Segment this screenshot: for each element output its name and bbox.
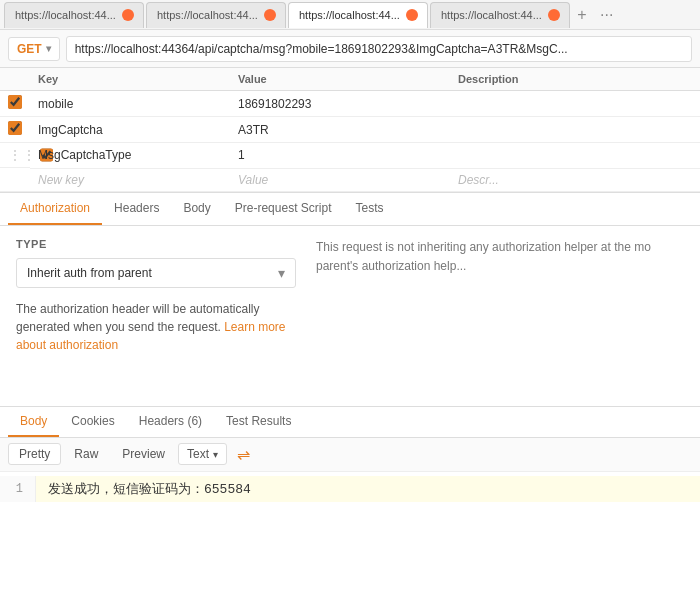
tab-2[interactable]: https://localhost:44...: [146, 2, 286, 28]
row-3-value[interactable]: 1: [230, 143, 450, 169]
tab-1-label: https://localhost:44...: [15, 9, 116, 21]
row-1-desc: [450, 91, 700, 117]
method-arrow-icon: ▾: [46, 43, 51, 54]
tab-headers[interactable]: Headers: [102, 193, 171, 225]
auth-info-text: This request is not inheriting any autho…: [316, 238, 684, 276]
drag-handle-icon: ⋮⋮: [8, 147, 36, 163]
row-2-value[interactable]: A3TR: [230, 117, 450, 143]
response-content-1: 发送成功，短信验证码为：655584: [36, 476, 700, 502]
url-bar: GET ▾ https://localhost:44364/api/captch…: [0, 30, 700, 68]
row-1-value[interactable]: 18691802293: [230, 91, 450, 117]
preview-button[interactable]: Preview: [111, 443, 176, 465]
tab-1[interactable]: https://localhost:44...: [4, 2, 144, 28]
auth-description: The authorization header will be automat…: [16, 300, 296, 354]
more-tabs-button[interactable]: ···: [594, 4, 619, 26]
row-3-key[interactable]: MsgCaptchaType: [30, 143, 230, 169]
col-key: Key: [30, 68, 230, 91]
table-row: ImgCaptcha A3TR: [0, 117, 700, 143]
add-tab-button[interactable]: +: [572, 5, 592, 25]
resp-tab-test-results[interactable]: Test Results: [214, 407, 303, 437]
prettify-icon[interactable]: ⇌: [229, 442, 258, 467]
auth-dropdown-arrow-icon: ▾: [278, 265, 285, 281]
tab-3-close[interactable]: [406, 9, 418, 21]
params-section: Key Value Description mobile 18691802293…: [0, 68, 700, 193]
request-tabs: Authorization Headers Body Pre-request S…: [0, 193, 700, 226]
row-2-checkbox[interactable]: [8, 121, 22, 135]
url-input[interactable]: https://localhost:44364/api/captcha/msg?…: [66, 36, 692, 62]
tab-3[interactable]: https://localhost:44...: [288, 2, 428, 28]
auth-type-label: TYPE: [16, 238, 296, 250]
col-checkbox: [0, 68, 30, 91]
col-value: Value: [230, 68, 450, 91]
browser-tab-bar: https://localhost:44... https://localhos…: [0, 0, 700, 30]
raw-button[interactable]: Raw: [63, 443, 109, 465]
tab-body[interactable]: Body: [171, 193, 222, 225]
auth-section: TYPE Inherit auth from parent ▾ The auth…: [0, 226, 700, 406]
resp-tab-body[interactable]: Body: [8, 407, 59, 437]
format-arrow-icon: ▾: [213, 449, 218, 460]
row-1-key[interactable]: mobile: [30, 91, 230, 117]
row-3-desc: [450, 143, 700, 169]
new-desc-placeholder: Descr...: [450, 168, 700, 191]
tab-2-label: https://localhost:44...: [157, 9, 258, 21]
row-2-desc: [450, 117, 700, 143]
tab-3-label: https://localhost:44...: [299, 9, 400, 21]
row-2-key[interactable]: ImgCaptcha: [30, 117, 230, 143]
resp-tab-cookies[interactable]: Cookies: [59, 407, 126, 437]
table-row: mobile 18691802293: [0, 91, 700, 117]
new-key-placeholder[interactable]: New key: [30, 168, 230, 191]
table-row: ⋮⋮ MsgCaptchaType 1: [0, 143, 700, 169]
response-body: 1 发送成功，短信验证码为：655584: [0, 472, 700, 506]
method-label: GET: [17, 42, 42, 56]
tab-authorization[interactable]: Authorization: [8, 193, 102, 225]
tab-1-close[interactable]: [122, 9, 134, 21]
col-description: Description: [450, 68, 700, 91]
params-table: Key Value Description mobile 18691802293…: [0, 68, 700, 192]
method-dropdown[interactable]: GET ▾: [8, 37, 60, 61]
response-tabs: Body Cookies Headers (6) Test Results: [0, 406, 700, 438]
new-param-row: New key Value Descr...: [0, 168, 700, 191]
response-line-1: 1 发送成功，短信验证码为：655584: [0, 472, 700, 506]
tab-prerequest[interactable]: Pre-request Script: [223, 193, 344, 225]
tab-tests[interactable]: Tests: [343, 193, 395, 225]
pretty-button[interactable]: Pretty: [8, 443, 61, 465]
auth-left-panel: TYPE Inherit auth from parent ▾ The auth…: [16, 238, 296, 394]
tab-4[interactable]: https://localhost:44...: [430, 2, 570, 28]
row-1-checkbox[interactable]: [8, 95, 22, 109]
auth-dropdown-value: Inherit auth from parent: [27, 266, 152, 280]
response-toolbar: Pretty Raw Preview Text ▾ ⇌: [0, 438, 700, 472]
tab-2-close[interactable]: [264, 9, 276, 21]
auth-type-dropdown[interactable]: Inherit auth from parent ▾: [16, 258, 296, 288]
format-label: Text: [187, 447, 209, 461]
line-number-1: 1: [0, 476, 36, 502]
resp-tab-headers[interactable]: Headers (6): [127, 407, 214, 437]
tab-4-close[interactable]: [548, 9, 560, 21]
auth-right-panel: This request is not inheriting any autho…: [316, 238, 684, 394]
format-dropdown[interactable]: Text ▾: [178, 443, 227, 465]
new-value-placeholder[interactable]: Value: [230, 168, 450, 191]
auth-desc-text: The authorization header will be automat…: [16, 302, 259, 334]
tab-4-label: https://localhost:44...: [441, 9, 542, 21]
